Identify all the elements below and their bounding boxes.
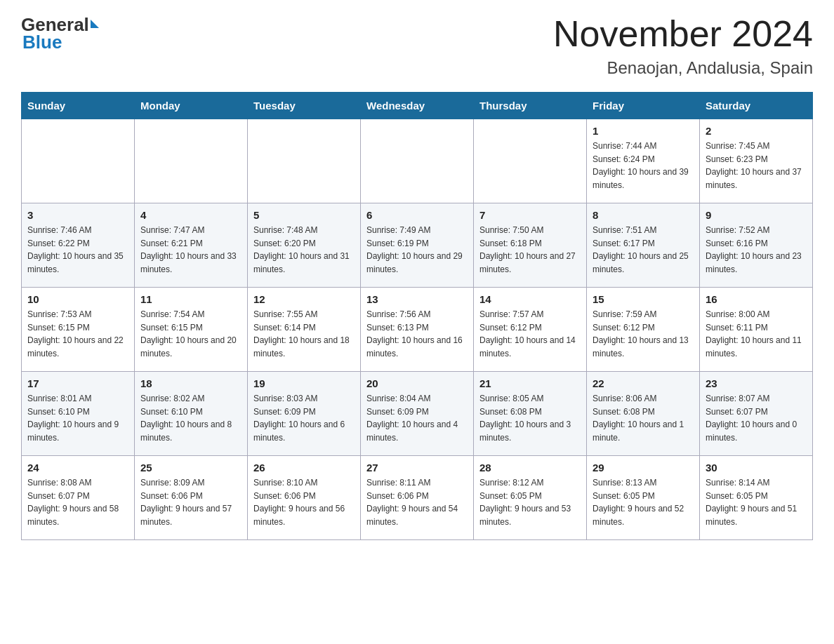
calendar-cell: 7Sunrise: 7:50 AMSunset: 6:18 PMDaylight… xyxy=(474,203,587,288)
day-number: 1 xyxy=(593,125,694,137)
day-number: 6 xyxy=(366,209,468,221)
title-area: November 2024 Benaojan, Andalusia, Spain xyxy=(553,14,813,78)
day-number: 2 xyxy=(706,125,807,137)
calendar-cell: 5Sunrise: 7:48 AMSunset: 6:20 PMDaylight… xyxy=(248,203,361,288)
calendar-cell: 16Sunrise: 8:00 AMSunset: 6:11 PMDayligh… xyxy=(700,288,813,372)
calendar-cell: 22Sunrise: 8:06 AMSunset: 6:08 PMDayligh… xyxy=(587,372,700,456)
day-number: 30 xyxy=(706,462,807,474)
calendar-cell: 17Sunrise: 8:01 AMSunset: 6:10 PMDayligh… xyxy=(22,372,135,456)
day-number: 26 xyxy=(253,462,355,474)
week-row-4: 17Sunrise: 8:01 AMSunset: 6:10 PMDayligh… xyxy=(22,372,813,456)
day-headers-row: SundayMondayTuesdayWednesdayThursdayFrid… xyxy=(22,93,813,119)
day-info: Sunrise: 8:07 AMSunset: 6:07 PMDaylight:… xyxy=(706,392,807,444)
day-info: Sunrise: 7:56 AMSunset: 6:13 PMDaylight:… xyxy=(366,308,468,360)
week-row-5: 24Sunrise: 8:08 AMSunset: 6:07 PMDayligh… xyxy=(22,456,813,540)
day-info: Sunrise: 7:53 AMSunset: 6:15 PMDaylight:… xyxy=(27,308,128,360)
day-info: Sunrise: 8:05 AMSunset: 6:08 PMDaylight:… xyxy=(479,392,581,444)
day-number: 21 xyxy=(479,377,581,389)
calendar-cell: 27Sunrise: 8:11 AMSunset: 6:06 PMDayligh… xyxy=(361,456,474,540)
col-header-sunday: Sunday xyxy=(22,93,135,119)
calendar-cell: 28Sunrise: 8:12 AMSunset: 6:05 PMDayligh… xyxy=(474,456,587,540)
col-header-monday: Monday xyxy=(135,93,248,119)
calendar-cell: 11Sunrise: 7:54 AMSunset: 6:15 PMDayligh… xyxy=(135,288,248,372)
col-header-tuesday: Tuesday xyxy=(248,93,361,119)
day-info: Sunrise: 7:57 AMSunset: 6:12 PMDaylight:… xyxy=(479,308,581,360)
header: General Blue November 2024 Benaojan, And… xyxy=(21,14,813,78)
col-header-wednesday: Wednesday xyxy=(361,93,474,119)
day-number: 25 xyxy=(140,462,241,474)
calendar-cell: 4Sunrise: 7:47 AMSunset: 6:21 PMDaylight… xyxy=(135,203,248,288)
day-number: 10 xyxy=(27,293,128,305)
day-info: Sunrise: 8:12 AMSunset: 6:05 PMDaylight:… xyxy=(479,476,581,528)
day-info: Sunrise: 7:59 AMSunset: 6:12 PMDaylight:… xyxy=(593,308,694,360)
calendar-cell: 9Sunrise: 7:52 AMSunset: 6:16 PMDaylight… xyxy=(700,203,813,288)
day-info: Sunrise: 8:02 AMSunset: 6:10 PMDaylight:… xyxy=(140,392,241,444)
day-number: 3 xyxy=(27,209,128,221)
calendar-cell: 15Sunrise: 7:59 AMSunset: 6:12 PMDayligh… xyxy=(587,288,700,372)
calendar-cell: 1Sunrise: 7:44 AMSunset: 6:24 PMDaylight… xyxy=(587,119,700,203)
day-info: Sunrise: 8:11 AMSunset: 6:06 PMDaylight:… xyxy=(366,476,468,528)
calendar-cell: 10Sunrise: 7:53 AMSunset: 6:15 PMDayligh… xyxy=(22,288,135,372)
day-info: Sunrise: 7:54 AMSunset: 6:15 PMDaylight:… xyxy=(140,308,241,360)
week-row-1: 1Sunrise: 7:44 AMSunset: 6:24 PMDaylight… xyxy=(22,119,813,203)
week-row-2: 3Sunrise: 7:46 AMSunset: 6:22 PMDaylight… xyxy=(22,203,813,288)
day-number: 24 xyxy=(27,462,128,474)
day-number: 27 xyxy=(366,462,468,474)
day-info: Sunrise: 7:51 AMSunset: 6:17 PMDaylight:… xyxy=(593,224,694,276)
calendar-cell xyxy=(22,119,135,203)
day-info: Sunrise: 8:14 AMSunset: 6:05 PMDaylight:… xyxy=(706,476,807,528)
day-info: Sunrise: 8:03 AMSunset: 6:09 PMDaylight:… xyxy=(253,392,355,444)
day-info: Sunrise: 7:44 AMSunset: 6:24 PMDaylight:… xyxy=(593,140,694,192)
calendar-cell xyxy=(248,119,361,203)
calendar-cell: 6Sunrise: 7:49 AMSunset: 6:19 PMDaylight… xyxy=(361,203,474,288)
day-number: 5 xyxy=(253,209,355,221)
calendar-cell: 3Sunrise: 7:46 AMSunset: 6:22 PMDaylight… xyxy=(22,203,135,288)
week-row-3: 10Sunrise: 7:53 AMSunset: 6:15 PMDayligh… xyxy=(22,288,813,372)
day-number: 17 xyxy=(27,377,128,389)
logo-blue: Blue xyxy=(21,32,62,53)
calendar-table: SundayMondayTuesdayWednesdayThursdayFrid… xyxy=(21,92,813,540)
calendar-cell xyxy=(474,119,587,203)
day-info: Sunrise: 7:46 AMSunset: 6:22 PMDaylight:… xyxy=(27,224,128,276)
calendar-cell: 12Sunrise: 7:55 AMSunset: 6:14 PMDayligh… xyxy=(248,288,361,372)
day-info: Sunrise: 7:55 AMSunset: 6:14 PMDaylight:… xyxy=(253,308,355,360)
day-number: 16 xyxy=(706,293,807,305)
day-number: 23 xyxy=(706,377,807,389)
day-info: Sunrise: 7:45 AMSunset: 6:23 PMDaylight:… xyxy=(706,140,807,192)
day-info: Sunrise: 7:52 AMSunset: 6:16 PMDaylight:… xyxy=(706,224,807,276)
calendar-cell xyxy=(135,119,248,203)
logo: General Blue xyxy=(21,14,99,53)
day-number: 15 xyxy=(593,293,694,305)
day-number: 11 xyxy=(140,293,241,305)
col-header-friday: Friday xyxy=(587,93,700,119)
calendar-cell: 21Sunrise: 8:05 AMSunset: 6:08 PMDayligh… xyxy=(474,372,587,456)
calendar-cell: 26Sunrise: 8:10 AMSunset: 6:06 PMDayligh… xyxy=(248,456,361,540)
day-info: Sunrise: 8:09 AMSunset: 6:06 PMDaylight:… xyxy=(140,476,241,528)
day-number: 13 xyxy=(366,293,468,305)
calendar-cell: 29Sunrise: 8:13 AMSunset: 6:05 PMDayligh… xyxy=(587,456,700,540)
day-info: Sunrise: 8:06 AMSunset: 6:08 PMDaylight:… xyxy=(593,392,694,444)
day-info: Sunrise: 7:50 AMSunset: 6:18 PMDaylight:… xyxy=(479,224,581,276)
location-title: Benaojan, Andalusia, Spain xyxy=(553,58,813,78)
day-info: Sunrise: 8:13 AMSunset: 6:05 PMDaylight:… xyxy=(593,476,694,528)
day-info: Sunrise: 8:04 AMSunset: 6:09 PMDaylight:… xyxy=(366,392,468,444)
day-info: Sunrise: 7:48 AMSunset: 6:20 PMDaylight:… xyxy=(253,224,355,276)
calendar-cell: 24Sunrise: 8:08 AMSunset: 6:07 PMDayligh… xyxy=(22,456,135,540)
day-number: 12 xyxy=(253,293,355,305)
day-info: Sunrise: 7:49 AMSunset: 6:19 PMDaylight:… xyxy=(366,224,468,276)
calendar-cell: 8Sunrise: 7:51 AMSunset: 6:17 PMDaylight… xyxy=(587,203,700,288)
day-info: Sunrise: 8:10 AMSunset: 6:06 PMDaylight:… xyxy=(253,476,355,528)
logo-triangle-icon xyxy=(91,20,99,28)
day-number: 14 xyxy=(479,293,581,305)
day-number: 19 xyxy=(253,377,355,389)
calendar-cell: 25Sunrise: 8:09 AMSunset: 6:06 PMDayligh… xyxy=(135,456,248,540)
day-number: 28 xyxy=(479,462,581,474)
day-number: 8 xyxy=(593,209,694,221)
day-number: 4 xyxy=(140,209,241,221)
day-number: 29 xyxy=(593,462,694,474)
calendar-cell: 30Sunrise: 8:14 AMSunset: 6:05 PMDayligh… xyxy=(700,456,813,540)
day-number: 22 xyxy=(593,377,694,389)
day-info: Sunrise: 8:08 AMSunset: 6:07 PMDaylight:… xyxy=(27,476,128,528)
col-header-saturday: Saturday xyxy=(700,93,813,119)
calendar-cell: 2Sunrise: 7:45 AMSunset: 6:23 PMDaylight… xyxy=(700,119,813,203)
